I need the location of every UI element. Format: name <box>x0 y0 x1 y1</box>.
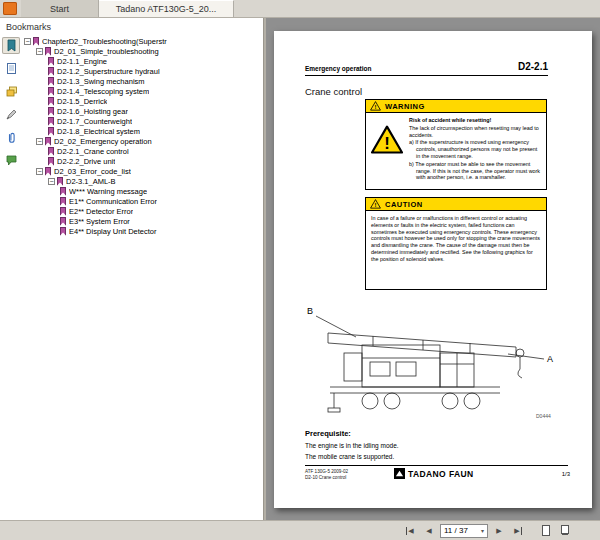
svg-text:!: ! <box>374 202 376 208</box>
first-page-icon: ◀ <box>406 527 413 535</box>
caution-text: In case of a failure or malfunctions in … <box>366 211 546 268</box>
signature-panel-button[interactable] <box>2 106 20 123</box>
prerequisite-list: The engine is in the idling mode.The mob… <box>305 441 399 462</box>
page-header-left: Emergency operation <box>305 65 371 72</box>
pages-panel-icon <box>5 62 18 75</box>
bookmark-ribbon-icon <box>48 87 54 96</box>
bookmark-item[interactable]: D2-2.2_Drive unit <box>22 156 263 166</box>
bookmark-item[interactable]: D2-1.3_Swing mechanism <box>22 76 263 86</box>
footer-line2: D2-10 Crane control <box>305 475 348 481</box>
navigation-panel-strip <box>0 35 22 520</box>
bookmark-ribbon-icon <box>60 207 66 216</box>
warning-header: ! WARNING <box>366 100 546 113</box>
bookmark-label: D2-3.1_AML-B <box>66 177 116 186</box>
prerequisite-item: The engine is in the idling mode. <box>305 441 399 452</box>
pdf-reader-window: Start Tadano ATF130G-5_20... Bookmarks <box>0 0 600 540</box>
bookmark-ribbon-icon <box>48 67 54 76</box>
caution-box: ! CAUTION In case of a failure or malfun… <box>365 197 547 290</box>
bookmark-label: D2-1.8_Electrical system <box>57 127 140 136</box>
body-area: Bookmarks <box>0 18 600 520</box>
first-page-button[interactable]: ◀ <box>402 523 418 538</box>
single-page-view-button[interactable] <box>538 523 554 538</box>
last-page-button[interactable]: ▶ <box>510 523 526 538</box>
tab-document[interactable]: Tadano ATF130G-5_20... <box>99 0 234 17</box>
bookmark-item[interactable]: D2-1.8_Electrical system <box>22 126 263 136</box>
svg-text:!: ! <box>374 104 376 110</box>
app-logo-icon[interactable] <box>3 2 17 15</box>
bookmark-label: D2_01_Simple_troubleshooting <box>54 47 159 56</box>
bookmark-item[interactable]: D2-1.1_Engine <box>22 56 263 66</box>
bookmark-ribbon-icon <box>45 167 51 176</box>
bookmark-ribbon-icon <box>60 227 66 236</box>
bookmark-expander-icon[interactable]: − <box>48 178 55 185</box>
continuous-view-button[interactable] <box>557 523 573 538</box>
figure-label-b: B <box>307 306 313 316</box>
bookmark-label: E2** Detector Error <box>69 207 133 216</box>
previous-page-icon: ◀ <box>426 527 431 535</box>
bookmark-item[interactable]: W*** Warning message <box>22 186 263 196</box>
bookmark-label: ChapterD2_Troubleshooting(Superstr <box>42 37 167 46</box>
bookmark-item[interactable]: D2-2.1_Crane control <box>22 146 263 156</box>
bookmark-label: D2-1.2_Superstructure hydraul <box>57 67 160 76</box>
bookmark-ribbon-icon <box>48 77 54 86</box>
bookmark-label: E4** Display Unit Detector <box>69 227 157 236</box>
bookmark-ribbon-icon <box>45 47 51 56</box>
tab-start[interactable]: Start <box>21 0 99 17</box>
tab-bar: Start Tadano ATF130G-5_20... <box>0 0 600 18</box>
caution-triangle-icon: ! <box>370 199 381 209</box>
warning-label: WARNING <box>385 102 425 111</box>
bookmark-expander-icon[interactable]: − <box>36 168 43 175</box>
paperclip-icon <box>5 131 18 144</box>
bookmark-ribbon-icon <box>48 127 54 136</box>
warning-body: ! Risk of accident while resetting! The … <box>366 113 546 186</box>
bookmark-item[interactable]: −D2-3.1_AML-B <box>22 176 263 186</box>
bookmark-label: D2_03_Error_code_list <box>54 167 131 176</box>
page-number-input[interactable]: 11 / 37 ▾ <box>440 524 488 538</box>
bookmark-item[interactable]: E3** System Error <box>22 216 263 226</box>
bookmark-item[interactable]: D2-1.4_Telescoping system <box>22 86 263 96</box>
comments-panel-button[interactable] <box>2 152 20 169</box>
bookmark-item[interactable]: −D2_03_Error_code_list <box>22 166 263 176</box>
bookmark-ribbon-icon <box>33 37 39 46</box>
bookmark-ribbon-icon <box>48 157 54 166</box>
pages-panel-button[interactable] <box>2 60 20 77</box>
page-dropdown-caret-icon[interactable]: ▾ <box>481 527 484 534</box>
bookmark-item[interactable]: D2-1.7_Counterweight <box>22 116 263 126</box>
bookmark-item[interactable]: D2-1.2_Superstructure hydraul <box>22 66 263 76</box>
document-canvas: Emergency operation D2-2.1 Crane control… <box>266 18 600 520</box>
prerequisite-title: Prerequisite: <box>305 429 351 438</box>
bookmarks-panel-title: Bookmarks <box>0 18 263 35</box>
footer-page-number: 1/3 <box>562 471 570 477</box>
status-bar: ◀ ◀ 11 / 37 ▾ ▶ ▶ <box>0 520 600 540</box>
bookmark-item[interactable]: D2-1.6_Hoisting gear <box>22 106 263 116</box>
warning-box: ! WARNING ! Risk of accident while reset… <box>365 99 547 190</box>
figure-label-a: A <box>547 354 553 364</box>
bookmark-ribbon-icon <box>48 107 54 116</box>
next-page-button[interactable]: ▶ <box>491 523 507 538</box>
bookmark-expander-icon[interactable]: − <box>36 48 43 55</box>
bookmark-expander-icon[interactable]: − <box>36 138 43 145</box>
bookmark-item[interactable]: E2** Detector Error <box>22 206 263 216</box>
bookmark-item[interactable]: −ChapterD2_Troubleshooting(Superstr <box>22 36 263 46</box>
footer-left: ATF 130G-5 2009-02 D2-10 Crane control <box>305 469 348 482</box>
bookmark-panel-icon <box>5 39 18 52</box>
bookmark-item[interactable]: −D2_02_Emergency operation <box>22 136 263 146</box>
bookmark-item[interactable]: −D2_01_Simple_troubleshooting <box>22 46 263 56</box>
bookmark-ribbon-icon <box>60 217 66 226</box>
bookmark-item[interactable]: D2-1.5_Derrick <box>22 96 263 106</box>
bookmarks-panel-button[interactable] <box>2 37 20 54</box>
warning-triangle-large-icon: ! <box>370 125 404 155</box>
footer-brand: TADANO FAUN <box>394 468 474 479</box>
single-page-icon <box>542 525 550 536</box>
previous-page-button[interactable]: ◀ <box>421 523 437 538</box>
last-page-icon: ▶ <box>514 527 521 535</box>
caution-header: ! CAUTION <box>366 198 546 211</box>
bookmark-tree: −ChapterD2_Troubleshooting(Superstr−D2_0… <box>22 35 263 520</box>
bookmark-expander-icon[interactable]: − <box>24 38 31 45</box>
bookmark-item[interactable]: E1** Communication Error <box>22 196 263 206</box>
page-number-value: 11 / 37 <box>444 526 468 535</box>
layers-panel-button[interactable] <box>2 83 20 100</box>
attachments-panel-button[interactable] <box>2 129 20 146</box>
bookmark-item[interactable]: E4** Display Unit Detector <box>22 226 263 236</box>
crane-drawing-lines <box>328 333 524 412</box>
